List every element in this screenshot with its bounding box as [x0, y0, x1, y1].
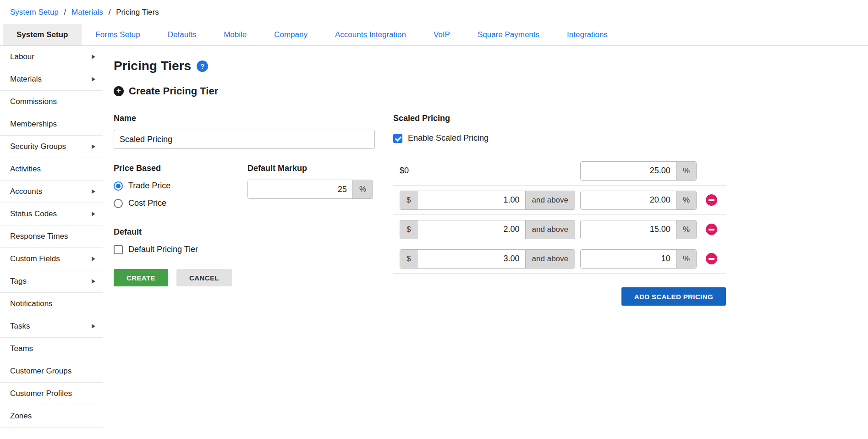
sidebar-item-teams[interactable]: Teams	[0, 338, 103, 360]
sidebar-item-label: Activities	[10, 165, 41, 174]
price-based-section: Price Based Trade Price Cost Price Defau…	[114, 164, 393, 208]
chevron-right-icon	[92, 55, 95, 59]
threshold-input[interactable]	[418, 250, 525, 268]
and-above-suffix: and above	[525, 191, 575, 209]
threshold-input[interactable]	[418, 191, 525, 209]
scaled-pricing-base-row: $0 %	[393, 156, 726, 186]
default-markup-input[interactable]	[248, 180, 352, 198]
enable-scaled-pricing-checkbox[interactable]: Enable Scaled Pricing	[393, 133, 726, 143]
breadcrumb-link-materials[interactable]: Materials	[71, 8, 103, 16]
plus-circle-icon[interactable]: +	[114, 86, 124, 96]
sidebar-item-label: Custom Fields	[10, 254, 60, 263]
and-above-suffix: and above	[525, 250, 575, 268]
default-markup-group: %	[247, 180, 373, 199]
cost-price-radio[interactable]: Cost Price	[114, 198, 247, 208]
sidebar-item-customer-groups[interactable]: Customer Groups	[0, 360, 103, 383]
chevron-right-icon	[92, 279, 95, 284]
currency-prefix: $	[400, 250, 418, 268]
sidebar-item-label: Response Times	[10, 232, 68, 241]
tab-accounts-integration[interactable]: Accounts Integration	[321, 24, 420, 45]
sidebar-item-materials[interactable]: Materials	[0, 68, 103, 91]
breadcrumb-current-page: Pricing Tiers	[116, 8, 159, 16]
sidebar-item-memberships[interactable]: Memberships	[0, 113, 103, 136]
chevron-right-icon	[92, 144, 95, 149]
threshold-group: $ and above	[400, 249, 575, 269]
sidebar-item-status-codes[interactable]: Status Codes	[0, 203, 103, 225]
checkbox-icon	[393, 134, 402, 143]
radio-icon	[114, 181, 123, 191]
help-icon[interactable]: ?	[197, 60, 208, 72]
sidebar-item-label: Memberships	[10, 120, 57, 129]
sidebar-item-tasks[interactable]: Tasks	[0, 315, 103, 338]
currency-prefix: $	[400, 191, 418, 209]
sidebar: Labour Materials Commissions Memberships…	[0, 46, 103, 428]
tab-company[interactable]: Company	[260, 24, 321, 45]
sidebar-item-commissions[interactable]: Commissions	[0, 91, 103, 113]
markup-input[interactable]	[581, 191, 676, 209]
sidebar-item-activities[interactable]: Activities	[0, 158, 103, 181]
remove-scaled-pricing-button[interactable]	[706, 253, 717, 264]
chevron-right-icon	[92, 77, 95, 82]
tab-system-setup[interactable]: System Setup	[3, 24, 82, 45]
markup-input[interactable]	[581, 250, 676, 268]
sidebar-item-label: Commissions	[10, 97, 57, 106]
markup-input[interactable]	[581, 220, 676, 239]
sidebar-item-accounts[interactable]: Accounts	[0, 181, 103, 203]
sidebar-item-label: Tasks	[10, 322, 30, 331]
percent-suffix: %	[352, 180, 373, 198]
sidebar-item-customer-profiles[interactable]: Customer Profiles	[0, 383, 103, 405]
create-button[interactable]: CREATE	[114, 269, 168, 286]
sidebar-item-tags[interactable]: Tags	[0, 270, 103, 293]
page-title: Pricing Tiers	[114, 59, 191, 73]
scaled-pricing-table: $0 % $ and above	[393, 156, 726, 274]
chevron-right-icon	[92, 257, 95, 261]
remove-scaled-pricing-button[interactable]	[706, 224, 717, 235]
chevron-right-icon	[92, 189, 95, 194]
percent-suffix: %	[676, 162, 696, 180]
cancel-button[interactable]: CANCEL	[176, 269, 232, 286]
tab-forms-setup[interactable]: Forms Setup	[82, 24, 154, 45]
remove-scaled-pricing-button[interactable]	[706, 194, 717, 206]
chevron-right-icon	[92, 212, 95, 216]
sidebar-item-label: Tags	[10, 277, 27, 286]
tab-mobile[interactable]: Mobile	[210, 24, 260, 45]
name-input[interactable]	[114, 130, 375, 149]
checkbox-icon	[114, 245, 123, 254]
markup-group: %	[580, 161, 697, 181]
sidebar-item-label: Customer Groups	[10, 367, 71, 376]
sidebar-item-label: Status Codes	[10, 209, 57, 219]
sidebar-item-zones[interactable]: Zones	[0, 405, 103, 428]
section-title: Create Pricing Tier	[129, 85, 218, 97]
tab-voip[interactable]: VoIP	[420, 24, 464, 45]
and-above-suffix: and above	[525, 220, 575, 239]
percent-suffix: %	[676, 250, 696, 268]
main-content: Pricing Tiers ? + Create Pricing Tier Na…	[103, 46, 868, 306]
base-markup-input[interactable]	[581, 162, 676, 180]
currency-prefix: $	[400, 220, 418, 239]
tab-integrations[interactable]: Integrations	[553, 24, 621, 45]
tier-form: Name Price Based Trade Price Cost Price	[114, 114, 393, 306]
sidebar-item-label: Materials	[10, 75, 42, 84]
tab-defaults[interactable]: Defaults	[154, 24, 210, 45]
add-scaled-pricing-button[interactable]: ADD SCALED PRICING	[621, 287, 726, 306]
chevron-right-icon	[92, 324, 95, 329]
radio-icon	[114, 199, 123, 208]
default-markup-label: Default Markup	[247, 164, 393, 173]
tab-square-payments[interactable]: Square Payments	[464, 24, 553, 45]
sidebar-item-security-groups[interactable]: Security Groups	[0, 136, 103, 158]
sidebar-item-label: Labour	[10, 52, 34, 61]
sidebar-item-response-times[interactable]: Response Times	[0, 225, 103, 248]
markup-group: %	[580, 191, 697, 210]
cost-price-label: Cost Price	[128, 198, 166, 208]
default-pricing-tier-checkbox[interactable]: Default Pricing Tier	[114, 245, 393, 254]
threshold-input[interactable]	[418, 220, 525, 239]
form-actions: CREATE CANCEL	[114, 269, 393, 286]
sidebar-item-labour[interactable]: Labour	[0, 46, 103, 68]
breadcrumb-link-system-setup[interactable]: System Setup	[10, 8, 59, 16]
scaled-pricing-row: $ and above %	[393, 215, 726, 244]
sidebar-item-notifications[interactable]: Notifications	[0, 293, 103, 315]
trade-price-radio[interactable]: Trade Price	[114, 181, 247, 191]
breadcrumb-separator: /	[109, 8, 111, 16]
percent-suffix: %	[676, 220, 696, 239]
sidebar-item-custom-fields[interactable]: Custom Fields	[0, 248, 103, 270]
